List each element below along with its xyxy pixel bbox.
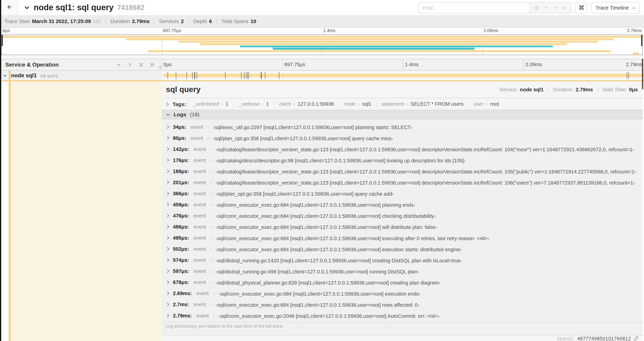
chevron-right-icon[interactable] (166, 302, 170, 307)
chevron-right-icon[interactable] (166, 191, 170, 196)
deep-link-icon[interactable] (633, 336, 639, 341)
close-quote: › (417, 269, 419, 274)
chevron-down-icon[interactable] (3, 73, 7, 78)
log-marker-tick (196, 72, 197, 79)
open-quote: ‹ (216, 224, 218, 230)
log-row[interactable]: 486μs:event=‹sql/conn_executor_exec.go:6… (162, 221, 643, 232)
minimap-right-scrubber[interactable] (641, 35, 642, 46)
log-row[interactable]: 476μs:event=‹sql/conn_executor_exec.go:6… (162, 210, 643, 221)
chevron-right-icon[interactable] (166, 224, 170, 229)
log-equals: = (210, 202, 212, 207)
focus-target-icon[interactable] (534, 5, 539, 11)
span-row-name-cell[interactable]: node sql1 sql query (1, 71, 161, 80)
chevron-right-icon[interactable] (166, 147, 170, 151)
keyboard-shortcuts-button[interactable]: ⌘ (576, 2, 588, 14)
close-quote: › (418, 302, 419, 308)
chevron-right-icon[interactable] (166, 136, 170, 140)
log-value: ‹sql/distsql_running.go:498 [nsql1,clien… (216, 267, 419, 275)
log-row[interactable]: 502μs:event=‹sql/conn_executor_exec.go:6… (162, 243, 643, 254)
chevron-right-icon[interactable] (166, 269, 170, 273)
chevron-right-icon[interactable] (166, 291, 170, 296)
timeline-ruler[interactable]: 0μs697.75μs1.4ms2.09ms2.79ms (161, 59, 644, 70)
tags-row[interactable]: Tags: _unfinished=1_verbose=1client=127.… (162, 98, 643, 110)
log-value-text: sql/conn_executor_exec.go:684 [nsql1,cli… (220, 291, 419, 297)
log-row[interactable]: 2.7ms:event=‹sql/conn_executor_exec.go:6… (162, 299, 643, 310)
collapse-all-icon[interactable] (138, 62, 144, 67)
log-value-text: sql/catalog/lease/descriptor_version_sta… (218, 147, 632, 152)
log-row[interactable]: 2.79ms:event=‹sql/conn_executor_exec.go:… (162, 310, 643, 321)
chevron-right-icon[interactable] (166, 169, 170, 173)
log-field-name: event (194, 168, 206, 174)
find-input[interactable] (418, 3, 529, 13)
chevron-right-icon[interactable] (166, 158, 170, 162)
log-row[interactable]: 34μs:event=‹sql/exec_util.go:2297 [nsql1… (162, 121, 643, 132)
tag-value: sql1 (362, 101, 372, 107)
find-prev-icon[interactable] (544, 5, 548, 10)
expand-one-icon[interactable] (127, 62, 132, 67)
log-value-text: sql/distsql_running.go:498 [nsql1,client… (218, 269, 418, 274)
minimap-tick-label: 1.4ms (322, 28, 335, 33)
log-marker-tick (246, 72, 246, 79)
log-equals: = (210, 280, 212, 284)
log-row[interactable]: 176μs:event=‹sql/catalog/descs/descripto… (162, 155, 643, 166)
ruler-tick-label: 697.75μs (284, 62, 305, 67)
logs-header[interactable]: Logs (18) (162, 110, 643, 119)
chevron-right-icon[interactable] (166, 247, 170, 251)
log-row[interactable]: 459μs:event=‹sql/conn_executor_exec.go:6… (162, 199, 643, 210)
log-marker-tick (248, 72, 248, 79)
log-row[interactable]: 366μs:event=‹sql/plan_opt.go:358 [nsql1,… (162, 188, 643, 199)
log-row[interactable]: 142μs:event=‹sql/catalog/lease/descripto… (162, 143, 643, 155)
log-field-name: event (194, 279, 206, 285)
log-row[interactable]: 201μs:event=‹sql/catalog/lease/descripto… (162, 177, 643, 188)
log-row[interactable]: 80μs:event=‹sql/plan_opt.go:358 [nsql1,c… (162, 132, 643, 143)
tag-value: 127.0.0.1:59936 (298, 101, 334, 107)
chevron-right-icon[interactable] (166, 235, 170, 240)
chevron-right-icon[interactable] (166, 313, 170, 318)
chevron-right-icon[interactable] (166, 280, 170, 284)
chevron-right-icon[interactable] (166, 202, 170, 207)
log-marker-tick (192, 72, 193, 79)
log-equals: = (210, 269, 212, 273)
log-row[interactable]: 189μs:event=‹sql/catalog/lease/descripto… (162, 166, 643, 177)
ruler-tick: 697.75μs (282, 59, 283, 70)
log-value-text: sql/exec_util.go:2297 [nsql1,client=127.… (215, 124, 411, 130)
log-row[interactable]: 574μs:event=‹sql/distsql_running.go:1420… (162, 254, 643, 266)
minimap-span-bar (240, 45, 552, 48)
back-button[interactable] (1, 0, 18, 15)
log-row[interactable]: 678μs:event=‹sql/distsql_physical_planne… (162, 277, 643, 288)
collapse-one-icon[interactable] (116, 62, 122, 67)
log-value-text: sql/conn_executor_exec.go:684 [nsql1,cli… (218, 202, 414, 208)
open-quote: ‹ (216, 269, 218, 274)
minimap-span-graph[interactable] (1, 35, 643, 55)
chevron-right-icon[interactable] (166, 102, 169, 106)
trace-title-group: node sql1: sql query 7418682 (24, 0, 144, 15)
chevron-right-icon[interactable] (166, 258, 170, 262)
column-resize-grip[interactable] (159, 66, 161, 69)
open-quote: ‹ (213, 136, 215, 141)
chevron-right-icon[interactable] (166, 180, 170, 185)
trace-view-selector[interactable]: Trace Timeline (591, 2, 640, 14)
log-field-name: event (194, 180, 206, 185)
log-row[interactable]: 597μs:event=‹sql/distsql_running.go:498 … (162, 266, 643, 277)
span-bar-cell[interactable] (161, 71, 644, 80)
meta-label: Start Time: (602, 87, 627, 93)
span-duration-bar[interactable] (163, 74, 644, 77)
chevron-down-icon[interactable] (24, 5, 30, 11)
log-value: ‹sql/exec_util.go:2297 [nsql1,client=127… (213, 123, 412, 131)
span-footer: SpanID: 4877749850101760812 (162, 336, 643, 341)
find-next-icon[interactable] (553, 5, 558, 10)
view-range-right-scrubber[interactable] (642, 59, 643, 89)
chevron-right-icon[interactable] (166, 213, 170, 218)
log-marker-tick (186, 72, 187, 79)
log-field-name: event (191, 124, 203, 130)
service-name[interactable]: node sql1 (11, 72, 37, 79)
chevron-right-icon[interactable] (166, 125, 170, 129)
log-row[interactable]: 2.69ms:event=‹sql/conn_executor_exec.go:… (162, 288, 643, 299)
minimap-left-scrubber[interactable] (2, 35, 2, 46)
tag-value: root (490, 101, 499, 107)
expand-all-icon[interactable] (150, 62, 155, 67)
log-equals: = (210, 180, 212, 185)
log-row[interactable]: 495μs:event=‹sql/conn_executor_exec.go:6… (162, 232, 643, 243)
minimap-tick-label: 2.79ms (627, 28, 643, 33)
clear-find-icon[interactable] (562, 6, 567, 10)
